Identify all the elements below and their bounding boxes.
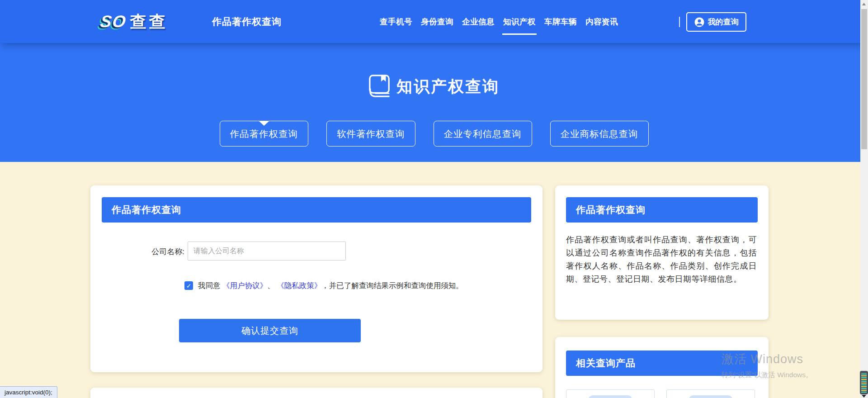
tab-work-copyright[interactable]: 作品著作权查询 [220, 121, 309, 147]
page-title: 作品著作权查询 [212, 0, 282, 43]
hero-banner: 知识产权查询 作品著作权查询 软件著作权查询 企业专利信息查询 企业商标信息查询 [0, 43, 868, 162]
query-form-card: 作品著作权查询 公司名称: ✓ 我同意 《用户协议》、 《隐私政策》，并已了解查… [90, 185, 542, 372]
user-agreement-link[interactable]: 《用户协议》 [222, 281, 267, 289]
product-logo-placeholder [589, 395, 632, 398]
info-card-header: 作品著作权查询 [566, 197, 758, 223]
widget-caret-icon [862, 395, 866, 398]
company-name-label: 公司名称: [118, 246, 184, 257]
related-card-header: 相关查询产品 [566, 351, 758, 376]
query-card-header: 作品著作权查询 [102, 197, 531, 223]
agree-separator: 、 [267, 281, 277, 289]
top-navbar: SO 查查 作品著作权查询 查手机号 身份查询 企业信息 知识产权 车牌车辆 内… [0, 0, 868, 43]
related-products-card: 相关查询产品 [555, 337, 769, 398]
query-type-tabs: 作品著作权查询 软件著作权查询 企业专利信息查询 企业商标信息查询 [0, 121, 868, 147]
logo-chacha-text: 查查 [130, 11, 168, 33]
scrollbar-thumb[interactable] [861, 9, 867, 149]
my-query-label: 我的查询 [708, 17, 739, 27]
info-card: 作品著作权查询 作品著作权查询或者叫作品查询、著作权查询，可以通过公司名称查询作… [555, 185, 769, 320]
hero-heading: 知识产权查询 [0, 74, 868, 99]
product-logo-placeholder [689, 395, 732, 398]
nav-item-vehicle[interactable]: 车牌车辆 [544, 16, 577, 27]
tab-label: 企业专利信息查询 [444, 128, 522, 140]
tab-patent-info[interactable]: 企业专利信息查询 [434, 121, 532, 147]
nav-item-company[interactable]: 企业信息 [462, 16, 495, 27]
scrollbar-track[interactable] [860, 0, 868, 398]
main-nav: 查手机号 身份查询 企业信息 知识产权 车牌车辆 内容资讯 [380, 0, 618, 43]
agreement-text: 我同意 《用户协议》、 《隐私政策》，并已了解查询结果示例和查询使用须知。 [198, 281, 463, 291]
site-logo[interactable]: SO 查查 [100, 12, 168, 32]
tab-software-copyright[interactable]: 软件著作权查询 [326, 121, 415, 147]
link-status-tooltip: javascript:void(0); [0, 386, 57, 398]
related-product-item[interactable] [566, 389, 655, 398]
user-icon [694, 17, 704, 27]
privacy-policy-link[interactable]: 《隐私政策》 [277, 281, 321, 289]
company-name-input[interactable] [188, 242, 346, 261]
nav-divider [679, 17, 680, 27]
nav-item-ip[interactable]: 知识产权 [503, 16, 536, 27]
logo-so-text: SO [99, 12, 127, 31]
info-card-body: 作品著作权查询或者叫作品查询、著作权查询，可以通过公司名称查询作品著作权的有关信… [566, 233, 757, 286]
tab-label: 软件著作权查询 [337, 128, 405, 140]
tab-label: 作品著作权查询 [230, 128, 298, 140]
extension-widget-stripes [861, 373, 867, 393]
agree-prefix: 我同意 [198, 281, 222, 289]
extension-widget[interactable] [860, 371, 868, 394]
submit-query-button[interactable]: 确认提交查询 [179, 319, 361, 342]
agreement-row: ✓ 我同意 《用户协议》、 《隐私政策》，并已了解查询结果示例和查询使用须知。 [184, 281, 519, 291]
scrollbar-up-arrow-icon[interactable] [862, 3, 866, 5]
next-section-card [90, 388, 542, 398]
nav-item-phone[interactable]: 查手机号 [380, 16, 412, 27]
related-product-item[interactable] [666, 389, 755, 398]
nav-item-content[interactable]: 内容资讯 [585, 16, 618, 27]
nav-item-identity[interactable]: 身份查询 [421, 16, 453, 27]
agree-suffix: ，并已了解查询结果示例和查询使用须知。 [321, 281, 463, 289]
my-query-button[interactable]: 我的查询 [686, 12, 746, 32]
book-icon [368, 74, 391, 99]
active-tab-caret-icon [259, 121, 269, 126]
tab-trademark-info[interactable]: 企业商标信息查询 [550, 121, 649, 147]
hero-title: 知识产权查询 [396, 76, 500, 97]
agree-checkbox[interactable]: ✓ [184, 281, 193, 290]
tab-label: 企业商标信息查询 [561, 128, 638, 140]
